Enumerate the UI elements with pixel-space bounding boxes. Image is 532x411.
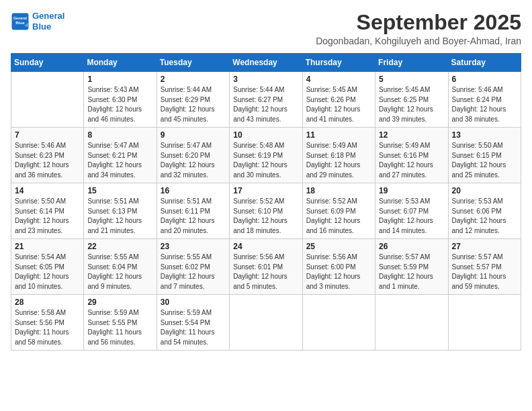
day-number: 5 [379,75,444,84]
col-header-friday: Friday [375,54,448,72]
calendar-cell: 4Sunrise: 5:45 AMSunset: 6:26 PMDaylight… [302,72,375,128]
day-number: 9 [161,130,226,140]
day-info: Sunrise: 5:48 AMSunset: 6:19 PMDaylight:… [233,141,298,180]
day-info: Sunrise: 5:44 AMSunset: 6:27 PMDaylight:… [233,85,298,124]
calendar-cell: 9Sunrise: 5:47 AMSunset: 6:20 PMDaylight… [157,128,229,183]
day-info: Sunrise: 5:52 AMSunset: 6:09 PMDaylight:… [306,197,371,236]
calendar-cell [230,295,302,351]
calendar-header-row: SundayMondayTuesdayWednesdayThursdayFrid… [11,54,521,72]
day-number: 18 [306,186,371,195]
calendar-week-row: 14Sunrise: 5:50 AMSunset: 6:14 PMDayligh… [11,183,521,239]
calendar-table: SundayMondayTuesdayWednesdayThursdayFrid… [11,53,521,351]
day-number: 21 [15,242,80,251]
day-number: 8 [87,130,152,140]
calendar-cell: 8Sunrise: 5:47 AMSunset: 6:21 PMDaylight… [84,128,157,183]
day-info: Sunrise: 5:49 AMSunset: 6:16 PMDaylight:… [379,141,444,180]
calendar-cell [375,295,448,351]
calendar-cell: 19Sunrise: 5:53 AMSunset: 6:07 PMDayligh… [375,183,448,239]
svg-text:Blue: Blue [15,19,25,24]
day-info: Sunrise: 5:45 AMSunset: 6:25 PMDaylight:… [379,85,444,124]
day-info: Sunrise: 5:50 AMSunset: 6:14 PMDaylight:… [15,197,80,236]
calendar-cell: 12Sunrise: 5:49 AMSunset: 6:16 PMDayligh… [375,128,448,183]
day-info: Sunrise: 5:54 AMSunset: 6:05 PMDaylight:… [15,253,80,291]
day-number: 20 [452,186,517,195]
calendar-cell: 16Sunrise: 5:51 AMSunset: 6:11 PMDayligh… [157,183,229,239]
logo: General Blue General Blue [11,11,64,32]
day-number: 4 [306,75,371,84]
day-number: 1 [87,75,152,84]
logo-text: General Blue [32,11,64,32]
day-info: Sunrise: 5:44 AMSunset: 6:29 PMDaylight:… [161,85,226,124]
day-number: 3 [233,75,298,84]
col-header-tuesday: Tuesday [157,54,229,72]
logo-line1: General [32,11,64,21]
day-number: 30 [161,298,226,307]
title-block: September 2025 Dogonbadan, Kohgiluyeh an… [316,11,521,46]
month-title: September 2025 [316,11,521,34]
day-number: 2 [161,75,226,84]
col-header-saturday: Saturday [448,54,521,72]
day-number: 15 [87,186,152,195]
day-number: 14 [15,186,80,195]
day-info: Sunrise: 5:47 AMSunset: 6:21 PMDaylight:… [87,141,152,180]
day-number: 16 [161,186,226,195]
col-header-sunday: Sunday [11,54,84,72]
calendar-cell: 11Sunrise: 5:49 AMSunset: 6:18 PMDayligh… [302,128,375,183]
day-number: 29 [87,298,152,307]
col-header-thursday: Thursday [302,54,375,72]
day-info: Sunrise: 5:51 AMSunset: 6:11 PMDaylight:… [161,197,226,236]
location-subtitle: Dogonbadan, Kohgiluyeh and Boyer-Ahmad, … [316,36,521,46]
day-info: Sunrise: 5:56 AMSunset: 6:00 PMDaylight:… [306,253,371,291]
calendar-cell: 30Sunrise: 5:59 AMSunset: 5:54 PMDayligh… [157,295,229,351]
calendar-cell: 15Sunrise: 5:51 AMSunset: 6:13 PMDayligh… [84,183,157,239]
logo-icon: General Blue [11,12,30,31]
day-info: Sunrise: 5:56 AMSunset: 6:01 PMDaylight:… [233,253,298,291]
calendar-cell: 2Sunrise: 5:44 AMSunset: 6:29 PMDaylight… [157,72,229,128]
calendar-cell: 26Sunrise: 5:57 AMSunset: 5:59 PMDayligh… [375,239,448,295]
calendar-cell: 14Sunrise: 5:50 AMSunset: 6:14 PMDayligh… [11,183,84,239]
day-info: Sunrise: 5:45 AMSunset: 6:26 PMDaylight:… [306,85,371,124]
day-info: Sunrise: 5:46 AMSunset: 6:24 PMDaylight:… [452,85,517,124]
calendar-cell: 22Sunrise: 5:55 AMSunset: 6:04 PMDayligh… [84,239,157,295]
day-info: Sunrise: 5:53 AMSunset: 6:07 PMDaylight:… [379,197,444,236]
day-info: Sunrise: 5:51 AMSunset: 6:13 PMDaylight:… [87,197,152,236]
calendar-cell [11,72,84,128]
calendar-cell: 24Sunrise: 5:56 AMSunset: 6:01 PMDayligh… [230,239,302,295]
day-info: Sunrise: 5:43 AMSunset: 6:30 PMDaylight:… [87,85,152,124]
calendar-cell: 29Sunrise: 5:59 AMSunset: 5:55 PMDayligh… [84,295,157,351]
calendar-cell: 21Sunrise: 5:54 AMSunset: 6:05 PMDayligh… [11,239,84,295]
col-header-wednesday: Wednesday [230,54,302,72]
calendar-cell: 20Sunrise: 5:53 AMSunset: 6:06 PMDayligh… [448,183,521,239]
calendar-cell [448,295,521,351]
logo-line2: Blue [32,21,51,32]
day-number: 22 [87,242,152,251]
calendar-week-row: 1Sunrise: 5:43 AMSunset: 6:30 PMDaylight… [11,72,521,128]
calendar-cell: 13Sunrise: 5:50 AMSunset: 6:15 PMDayligh… [448,128,521,183]
day-info: Sunrise: 5:55 AMSunset: 6:04 PMDaylight:… [87,253,152,291]
day-number: 6 [452,75,517,84]
day-info: Sunrise: 5:46 AMSunset: 6:23 PMDaylight:… [15,141,80,180]
day-number: 10 [233,130,298,140]
calendar-cell: 27Sunrise: 5:57 AMSunset: 5:57 PMDayligh… [448,239,521,295]
day-info: Sunrise: 5:47 AMSunset: 6:20 PMDaylight:… [161,141,226,180]
calendar-cell: 10Sunrise: 5:48 AMSunset: 6:19 PMDayligh… [230,128,302,183]
day-info: Sunrise: 5:59 AMSunset: 5:54 PMDaylight:… [161,308,226,347]
day-number: 24 [233,242,298,251]
day-number: 12 [379,130,444,140]
day-number: 26 [379,242,444,251]
calendar-cell: 1Sunrise: 5:43 AMSunset: 6:30 PMDaylight… [84,72,157,128]
day-number: 11 [306,130,371,140]
day-info: Sunrise: 5:50 AMSunset: 6:15 PMDaylight:… [452,141,517,180]
calendar-cell: 18Sunrise: 5:52 AMSunset: 6:09 PMDayligh… [302,183,375,239]
col-header-monday: Monday [84,54,157,72]
calendar-cell [302,295,375,351]
day-number: 25 [306,242,371,251]
calendar-cell: 25Sunrise: 5:56 AMSunset: 6:00 PMDayligh… [302,239,375,295]
day-info: Sunrise: 5:49 AMSunset: 6:18 PMDaylight:… [306,141,371,180]
calendar-cell: 28Sunrise: 5:58 AMSunset: 5:56 PMDayligh… [11,295,84,351]
day-info: Sunrise: 5:53 AMSunset: 6:06 PMDaylight:… [452,197,517,236]
calendar-week-row: 7Sunrise: 5:46 AMSunset: 6:23 PMDaylight… [11,128,521,183]
calendar-cell: 7Sunrise: 5:46 AMSunset: 6:23 PMDaylight… [11,128,84,183]
day-number: 28 [15,298,80,307]
calendar-cell: 6Sunrise: 5:46 AMSunset: 6:24 PMDaylight… [448,72,521,128]
